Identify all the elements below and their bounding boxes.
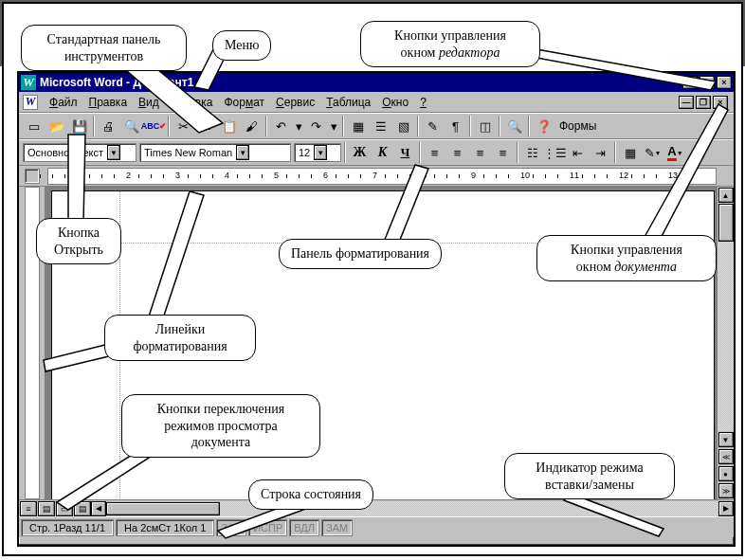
borders-button[interactable]: ▦ [619,142,641,163]
style-combo[interactable]: Основной текст▼ [23,143,136,162]
format-painter-button[interactable]: 🖌 [241,116,263,136]
standard-toolbar: ▭ 📂 💾 🖨 🔍 ABC✔ ✂ ⧉ 📋 🖌 ↶ ▾ ↷ ▾ ▦ ☰ ▧ ✎ ¶… [19,113,734,139]
bold-button[interactable]: Ж [349,142,371,163]
scroll-right-button[interactable]: ▶ [718,501,734,516]
doc-close-button[interactable]: × [713,96,728,109]
insert-table-button[interactable]: ▦ [347,116,369,136]
align-left-button[interactable]: ≡ [424,142,445,163]
browse-object-button[interactable]: ● [718,466,734,481]
copy-button[interactable]: ⧉ [195,116,217,136]
bulleted-list-button[interactable]: ⋮☰ [544,142,566,163]
underline-button[interactable]: Ч [394,142,416,163]
forms-label: Формы [555,119,600,133]
menu-tools[interactable]: Сервис [270,94,320,111]
italic-button[interactable]: К [372,142,393,163]
menu-help[interactable]: ? [414,94,432,111]
callout-rulers: Линейкиформатирования [104,315,256,361]
status-trk: ИСПР [248,519,287,536]
callout-formatting-panel: Панель форматирования [279,239,442,269]
print-preview-button[interactable]: 🔍 [120,116,142,136]
vertical-scrollbar[interactable]: ▲ ▼ ≪ ● ≫ [717,187,734,499]
status-position: На 2см Ст 1 Кол 1 [116,519,214,536]
redo-button[interactable]: ↷ [305,116,327,136]
callout-view-modes: Кнопки переключениярежимов просмотрадоку… [121,394,320,458]
highlight-button[interactable]: ✎▼ [642,142,663,163]
callout-ovr-indicator: Индикатор режимавставки/замены [504,453,675,499]
chevron-down-icon[interactable]: ▼ [107,145,120,160]
doc-minimize-button[interactable]: — [679,96,694,109]
new-doc-button[interactable]: ▭ [23,116,45,136]
menu-table[interactable]: Таблица [320,94,376,111]
help-button[interactable]: ❓ [533,116,554,136]
menu-edit[interactable]: Правка [83,94,134,111]
scroll-left-button[interactable]: ◀ [91,501,106,516]
size-value: 12 [299,147,310,158]
callout-menu: Меню [212,30,271,61]
hscroll-thumb[interactable] [106,502,220,515]
align-justify-button[interactable]: ≡ [492,142,514,163]
tab-selector[interactable] [25,169,40,184]
doc-restore-button[interactable]: ❐ [696,96,711,109]
menu-insert[interactable]: Вставка [165,94,219,111]
callout-open-button: КнопкаОткрыть [36,218,121,264]
callout-editor-window-buttons: Кнопки управленияокном редактора [360,21,540,67]
outline-view-button[interactable]: ▤ [74,501,91,516]
scroll-down-button[interactable]: ▼ [718,432,734,447]
paste-button[interactable]: 📋 [218,116,240,136]
columns-button[interactable]: ☰ [370,116,391,136]
callout-statusbar: Строка состояния [248,479,373,510]
app-icon: W [21,75,36,90]
menu-format[interactable]: Формат [218,94,270,111]
decrease-indent-button[interactable]: ⇤ [567,142,589,163]
print-button[interactable]: 🖨 [98,116,119,136]
open-button[interactable]: 📂 [45,116,67,136]
menu-view[interactable]: Вид [133,94,165,111]
formatting-toolbar: Основной текст▼ Times New Roman▼ 12▼ Ж К… [19,139,734,166]
excel-button[interactable]: ▧ [392,116,414,136]
undo-dd-button[interactable]: ▾ [293,116,304,136]
next-page-button[interactable]: ≫ [718,483,734,498]
scroll-thumb[interactable] [718,204,734,242]
doc-control-icon[interactable]: W [23,95,38,110]
redo-dd-button[interactable]: ▾ [328,116,339,136]
horizontal-scrollbar[interactable]: ◀ ▶ [91,500,734,516]
zoom-button[interactable]: 🔍 [503,116,525,136]
drawing-button[interactable]: ✎ [422,116,444,136]
status-ovr: ЗАМ [321,519,353,536]
callout-document-window-buttons: Кнопки управленияокном документа [536,235,717,281]
scroll-up-button[interactable]: ▲ [718,188,734,203]
minimize-button[interactable]: — [682,76,698,89]
maximize-button[interactable]: □ [700,76,715,89]
undo-button[interactable]: ↶ [270,116,292,136]
menu-file[interactable]: ФФайлайл [44,94,83,111]
normal-view-button[interactable]: ≡ [20,501,37,516]
menu-window[interactable]: Окно [376,94,414,111]
chevron-down-icon[interactable]: ▼ [314,145,327,160]
cut-button[interactable]: ✂ [173,116,194,136]
font-value: Times New Roman [144,147,232,158]
close-button[interactable]: × [717,76,732,89]
show-nonprint-button[interactable]: ¶ [445,116,466,136]
prev-page-button[interactable]: ≪ [718,449,734,464]
size-combo[interactable]: 12▼ [294,143,341,162]
increase-indent-button[interactable]: ⇥ [590,142,611,163]
font-combo[interactable]: Times New Roman▼ [139,143,291,162]
doc-map-button[interactable]: ◫ [474,116,496,136]
web-layout-button[interactable]: ▤ [38,501,55,516]
spellcheck-button[interactable]: ABC✔ [143,116,165,136]
bottom-bar: ≡ ▤ ▭ ▤ ◀ ▶ [19,499,734,516]
status-ext: ВДЛ [289,519,319,536]
style-value: Основной текст [27,147,103,158]
numbered-list-button[interactable]: ☷ [521,142,543,163]
statusbar: Стр. 1 Разд 1 1/1 На 2см Ст 1 Кол 1 ЗАП … [19,516,734,537]
align-center-button[interactable]: ≡ [446,142,468,163]
font-color-button[interactable]: A▼ [664,142,686,163]
view-mode-buttons: ≡ ▤ ▭ ▤ [19,500,91,516]
save-button[interactable]: 💾 [68,116,90,136]
align-right-button[interactable]: ≡ [469,142,491,163]
ruler-row: 12345678910111213 [19,166,734,187]
page-layout-button[interactable]: ▭ [56,501,73,516]
titlebar: W Microsoft Word - Документ1 — □ × [19,73,734,92]
horizontal-ruler[interactable]: 12345678910111213 [47,168,717,185]
chevron-down-icon[interactable]: ▼ [236,145,249,160]
